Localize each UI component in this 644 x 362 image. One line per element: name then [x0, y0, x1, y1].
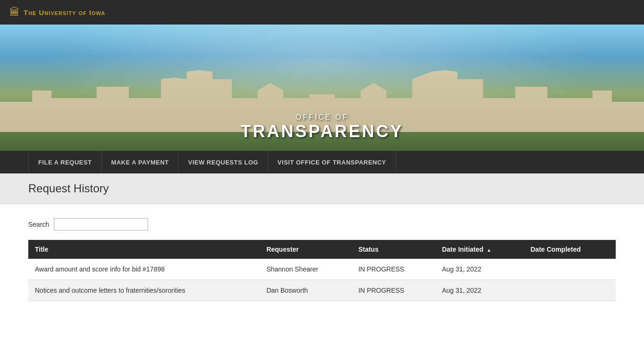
content-area: Search Title Requester Status Date Initi…: [0, 204, 644, 315]
cell-date_initiated: Aug 31, 2022: [435, 280, 524, 301]
search-row: Search: [28, 218, 616, 230]
table-header-row: Title Requester Status Date Initiated ▲ …: [28, 240, 616, 259]
nav-visit-office[interactable]: VISIT OFFICE OF TRANSPARENCY: [268, 151, 396, 173]
cell-date_completed: [524, 280, 616, 301]
page-title: Request History: [28, 182, 616, 195]
table-row: Award amount and score info for bid #178…: [28, 259, 616, 280]
cell-date_completed: [524, 259, 616, 280]
sort-date-initiated-icon: ▲: [487, 247, 491, 253]
transparency-label: Transparency: [240, 122, 403, 141]
col-requester: Requester: [260, 240, 352, 259]
office-label: Office of: [240, 113, 403, 122]
cell-requester: Shannon Shearer: [260, 259, 352, 280]
col-date-initiated[interactable]: Date Initiated ▲: [435, 240, 524, 259]
col-date-completed[interactable]: Date Completed: [524, 240, 616, 259]
search-input[interactable]: [54, 218, 148, 230]
nav-view-requests[interactable]: VIEW REQUESTS LOG: [179, 151, 268, 173]
cell-date_initiated: Aug 31, 2022: [435, 259, 524, 280]
top-bar: 🏛 The University of Iowa: [0, 0, 644, 25]
cell-requester: Dan Bosworth: [260, 280, 352, 301]
page-title-section: Request History: [0, 173, 644, 204]
university-icon: 🏛: [9, 6, 20, 18]
hero-text: Office of Transparency: [240, 113, 403, 151]
cell-title: Notices and outcome letters to fraternit…: [28, 280, 260, 301]
col-status: Status: [352, 240, 435, 259]
table-row: Notices and outcome letters to fraternit…: [28, 280, 616, 301]
logo-area: 🏛 The University of Iowa: [9, 6, 106, 18]
nav-file-request[interactable]: FILE A REQUEST: [28, 151, 102, 173]
col-title: Title: [28, 240, 260, 259]
nav-make-payment[interactable]: MAKE A PAYMENT: [102, 151, 179, 173]
table-body: Award amount and score info for bid #178…: [28, 259, 616, 301]
search-label: Search: [28, 221, 49, 228]
cell-status: IN PROGRESS: [352, 280, 435, 301]
navigation-bar: FILE A REQUEST MAKE A PAYMENT VIEW REQUE…: [0, 151, 644, 173]
hero-banner: Office of Transparency: [0, 25, 644, 151]
university-name: The University of Iowa: [24, 8, 106, 16]
cell-status: IN PROGRESS: [352, 259, 435, 280]
cell-title: Award amount and score info for bid #178…: [28, 259, 260, 280]
table-header: Title Requester Status Date Initiated ▲ …: [28, 240, 616, 259]
requests-table: Title Requester Status Date Initiated ▲ …: [28, 240, 616, 301]
